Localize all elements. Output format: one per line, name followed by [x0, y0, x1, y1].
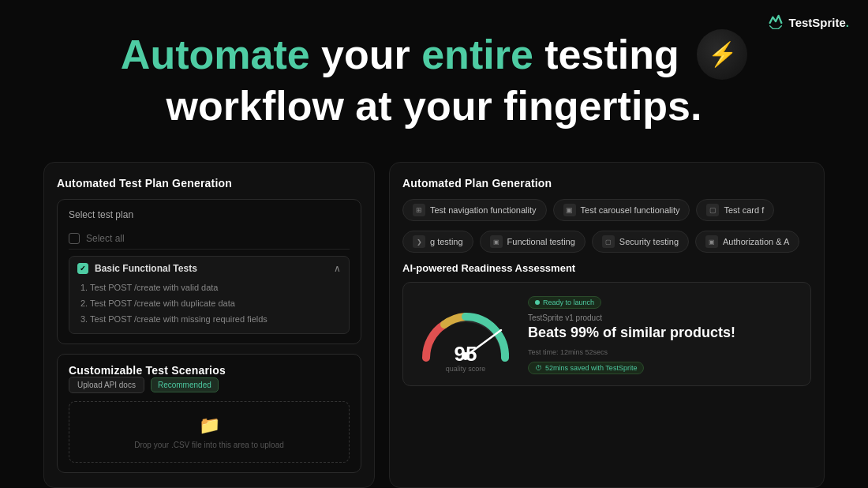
right-card: Automated Plan Generation ⊞ Test navigat… — [389, 162, 825, 488]
tags-row: ⊞ Test navigation functionality ▣ Test c… — [402, 199, 811, 221]
left-card-title: Automated Test Plan Generation — [57, 177, 361, 190]
recommend-badge: Recommended — [151, 377, 219, 392]
gauge-label: quality score — [446, 365, 486, 373]
logo-text: TestSprite. — [789, 16, 849, 30]
test-items-list: 1. Test POST /create with valid data 2. … — [77, 280, 341, 327]
pill-security[interactable]: ▢ Security testing — [592, 231, 689, 253]
panel-label: Select test plan — [69, 209, 350, 220]
test-item: 3. Test POST /create with missing requir… — [80, 312, 341, 328]
drop-text: Drop your .CSV file into this area to up… — [134, 441, 284, 449]
test-group-name: Basic Functional Tests — [95, 263, 197, 274]
select-all-checkbox[interactable] — [69, 233, 80, 244]
ai-card-title: AI-powered Readiness Assessment — [402, 262, 811, 274]
bolt-badge: ⚡ — [697, 29, 747, 80]
custom-title: Customizable Test Scenarios — [69, 364, 350, 377]
cards-container: Automated Test Plan Generation Select te… — [43, 162, 825, 488]
select-plan-panel: Select test plan Select all Basic Functi… — [57, 199, 361, 344]
tag-card-icon: ▢ — [706, 204, 719, 216]
tag-carousel[interactable]: ▣ Test carousel functionality — [553, 199, 690, 221]
tag-carousel-icon: ▣ — [563, 204, 576, 216]
drop-zone[interactable]: 📁 Drop your .CSV file into this area to … — [69, 401, 350, 463]
ready-badge: Ready to launch — [528, 296, 601, 309]
tag-navigation[interactable]: ⊞ Test navigation functionality — [402, 199, 547, 221]
upload-button[interactable]: Upload API docs — [69, 377, 144, 393]
ai-section: AI-powered Readiness Assessment — [402, 262, 811, 389]
tag-card[interactable]: ▢ Test card f — [696, 199, 774, 221]
test-group-left: Basic Functional Tests — [77, 263, 197, 274]
tag-nav-icon: ⊞ — [413, 204, 425, 216]
pill-g-icon: ❯ — [413, 235, 425, 248]
left-card: Automated Test Plan Generation Select te… — [43, 162, 375, 488]
folder-icon: 📁 — [199, 415, 220, 436]
gauge-score: 95 — [455, 342, 477, 366]
saved-label: 52mins saved with TestSprite — [545, 364, 637, 372]
select-all-text: Select all — [86, 233, 125, 244]
test-time: Test time: 12mins 52secs — [528, 348, 799, 356]
pill-auth[interactable]: ▣ Authorization & A — [695, 231, 799, 253]
test-item: 2. Test POST /create with duplicate data — [80, 296, 341, 312]
gauge-wrap: 95 quality score — [414, 298, 517, 370]
pill-functional-icon: ▣ — [490, 235, 503, 248]
tag-card-text: Test card f — [724, 205, 764, 215]
pill-security-text: Security testing — [619, 237, 679, 246]
hero-word-entire: entire — [421, 32, 533, 77]
custom-scenarios-panel: Customizable Test Scenarios Upload API d… — [57, 354, 361, 473]
logo-icon — [767, 14, 784, 32]
product-label: TestSprite v1 product — [528, 313, 799, 322]
select-all-row[interactable]: Select all — [69, 228, 350, 250]
ai-info: Ready to launch TestSprite v1 product Be… — [528, 294, 799, 374]
pill-g-testing[interactable]: ❯ g testing — [402, 231, 473, 253]
pill-security-icon: ▢ — [602, 235, 615, 248]
test-group-header[interactable]: Basic Functional Tests ∧ — [77, 263, 341, 274]
test-item: 1. Test POST /create with valid data — [80, 280, 341, 296]
test-group-checkbox[interactable] — [77, 263, 88, 274]
hero-word-automate: Automate — [121, 32, 310, 77]
pill-auth-text: Authorization & A — [723, 237, 789, 246]
ready-dot — [535, 300, 540, 305]
hero-line1: Automate your entire testing ⚡ — [0, 32, 868, 83]
ready-text: Ready to launch — [543, 298, 594, 306]
saved-badge: ⏱ 52mins saved with TestSprite — [528, 362, 644, 374]
hero-section: Automate your entire testing ⚡ workflow … — [0, 32, 868, 130]
hero-line2: workflow at your fingertips. — [0, 83, 868, 130]
tag-carousel-text: Test carousel functionality — [581, 205, 680, 215]
pill-auth-icon: ▣ — [705, 235, 718, 248]
ai-card: 95 quality score Ready to launch TestSpr… — [402, 282, 811, 386]
pill-functional-text: Functional testing — [507, 237, 575, 246]
chevron-up-icon[interactable]: ∧ — [334, 263, 341, 274]
upload-bar: Upload API docs Recommended — [69, 377, 350, 393]
pill-g-text: g testing — [430, 237, 463, 246]
tag-nav-text: Test navigation functionality — [430, 205, 537, 215]
saved-text: ⏱ — [535, 364, 542, 372]
beats-text: Beats 99% of similar products! — [528, 325, 799, 342]
pills-row: ❯ g testing ▣ Functional testing ▢ Secur… — [402, 231, 811, 253]
right-card-title: Automated Plan Generation — [402, 177, 811, 190]
test-group[interactable]: Basic Functional Tests ∧ 1. Test POST /c… — [69, 256, 350, 334]
pill-functional[interactable]: ▣ Functional testing — [480, 231, 586, 253]
logo: TestSprite. — [767, 14, 849, 32]
